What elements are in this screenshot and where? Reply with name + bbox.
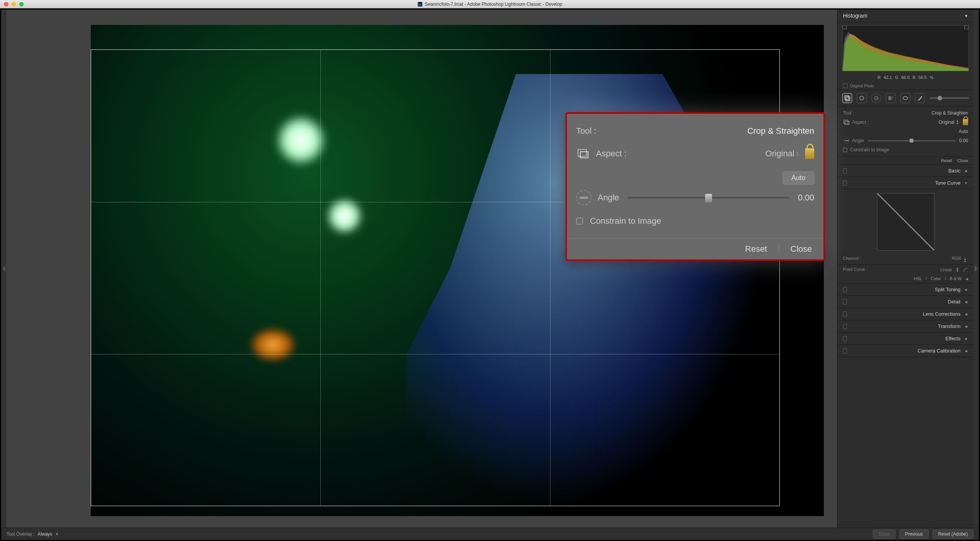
effects-label: Effects — [945, 336, 960, 341]
previous-button[interactable]: Previous — [899, 530, 929, 539]
panel-switch-icon[interactable] — [843, 287, 847, 292]
auto-button[interactable]: Auto — [959, 129, 968, 134]
transform-panel-header[interactable]: Transform — [838, 320, 973, 333]
svg-point-12 — [860, 96, 864, 100]
canvas[interactable]: Tool : Crop & Straighten Aspect : Origin… — [7, 10, 837, 528]
panel-collapse-icon[interactable] — [964, 324, 968, 329]
tonecurve-panel-header[interactable]: Tone Curve — [838, 177, 973, 189]
svg-marker-9 — [965, 26, 969, 29]
crop-reset-button[interactable]: Reset — [941, 158, 952, 163]
panel-toggle-icon[interactable]: ▼ — [964, 14, 968, 18]
dropdown-arrows-icon[interactable]: ▲▼ — [964, 257, 967, 263]
graduated-filter-tool-icon[interactable] — [886, 93, 896, 103]
aspect-lock-icon[interactable] — [963, 119, 968, 125]
angle-dial-icon[interactable] — [576, 190, 591, 205]
angle-value: 0.00 — [959, 138, 968, 143]
panel-switch-icon[interactable] — [843, 348, 847, 354]
channel-value[interactable]: RGB — [952, 256, 961, 261]
panel-collapse-icon[interactable] — [964, 181, 968, 185]
svg-rect-19 — [845, 121, 849, 125]
tool-label: Tool : — [843, 110, 854, 116]
basic-panel-header[interactable]: Basic — [838, 165, 973, 177]
popup-aspect-value[interactable]: Original — [765, 149, 794, 159]
panel-collapse-icon[interactable] — [964, 349, 968, 353]
panel-switch-icon[interactable] — [843, 311, 847, 317]
detail-panel-header[interactable]: Detail — [838, 296, 973, 308]
bottom-bar: Tool Overlay : Always ▼ Done Previous Re… — [1, 528, 979, 540]
effects-panel-header[interactable]: Effects — [838, 333, 973, 345]
left-panel-expand-icon[interactable] — [1, 10, 7, 528]
constrain-label[interactable]: Constrain to Image — [850, 147, 889, 152]
right-panel-collapse-icon[interactable] — [973, 10, 979, 528]
tool-slider[interactable] — [929, 97, 969, 99]
popup-reset-button[interactable]: Reset — [745, 244, 767, 254]
svg-point-16 — [903, 97, 908, 100]
panel-switch-icon[interactable] — [843, 299, 847, 305]
panel-switch-icon[interactable] — [843, 168, 847, 174]
popup-close-button[interactable]: Close — [791, 244, 812, 254]
panel-collapse-icon[interactable] — [964, 336, 968, 341]
original-photo-row[interactable]: Original Photo — [838, 82, 973, 90]
panel-switch-icon[interactable] — [843, 180, 847, 186]
dropdown-arrow-icon[interactable]: ▼ — [55, 532, 59, 536]
angle-slider-knob[interactable] — [910, 139, 913, 143]
angle-slider-knob[interactable] — [705, 194, 712, 202]
original-photo-label: Original Photo — [850, 84, 874, 88]
panel-collapse-icon[interactable] — [964, 169, 968, 173]
photo-area[interactable] — [91, 25, 824, 516]
histogram[interactable] — [842, 25, 969, 71]
hsl-panel-header[interactable]: HSL / Color / B & W — [838, 274, 973, 284]
original-photo-checkbox[interactable] — [843, 84, 848, 88]
svg-rect-21 — [845, 140, 849, 141]
popup-aspect-label: Aspect : — [596, 149, 626, 159]
redeye-tool-icon[interactable] — [871, 93, 881, 103]
crop-close-button[interactable]: Close — [957, 158, 968, 163]
reset-adobe-button[interactable]: Reset (Adobe) — [933, 530, 973, 539]
spot-removal-tool-icon[interactable] — [857, 93, 867, 103]
tooloverlay-value[interactable]: Always — [38, 531, 52, 537]
pointcurve-value[interactable]: Linear — [941, 267, 952, 272]
dropdown-arrows-icon[interactable]: ▲▼ — [796, 151, 799, 156]
pointcurve-edit-icon[interactable] — [963, 267, 968, 272]
dropdown-arrows-icon[interactable]: ▲▼ — [956, 120, 959, 125]
close-window-icon[interactable] — [4, 2, 8, 7]
panel-collapse-icon[interactable] — [964, 300, 968, 304]
popup-constrain-label[interactable]: Constrain to Image — [590, 216, 661, 226]
photo-preview[interactable] — [91, 25, 824, 516]
popup-angle-value: 0.00 — [798, 193, 814, 203]
splittoning-panel-header[interactable]: Split Toning — [838, 284, 973, 296]
auto-straighten-button[interactable]: Auto — [782, 171, 814, 185]
cameracalibration-panel-header[interactable]: Camera Calibration — [838, 345, 973, 357]
tool-slider-knob[interactable] — [938, 96, 942, 100]
histogram-header[interactable]: Histogram ▼ — [838, 10, 973, 22]
channel-label: Channel : — [843, 256, 861, 263]
done-button[interactable]: Done — [873, 530, 895, 539]
main-area: Tool : Crop & Straighten Aspect : Origin… — [1, 10, 979, 528]
detail-label: Detail — [948, 299, 960, 305]
panel-collapse-icon[interactable] — [965, 276, 968, 281]
adjustment-brush-tool-icon[interactable] — [915, 93, 925, 103]
minimize-window-icon[interactable] — [11, 2, 16, 7]
panel-collapse-icon[interactable] — [964, 287, 968, 292]
panel-switch-icon[interactable] — [843, 336, 847, 341]
svg-rect-10 — [845, 96, 849, 100]
lenscorrections-panel-header[interactable]: Lens Corrections — [838, 308, 973, 320]
crop-aspect-icon[interactable] — [843, 119, 850, 126]
panel-collapse-icon[interactable] — [964, 312, 968, 316]
angle-slider[interactable] — [627, 197, 789, 198]
crop-tool-icon[interactable] — [842, 93, 852, 103]
angle-slider[interactable] — [868, 140, 956, 141]
constrain-checkbox[interactable] — [576, 218, 583, 225]
crop-aspect-icon[interactable] — [576, 147, 590, 161]
tonecurve-channel-row: Channel : RGB ▲▼ — [838, 254, 973, 264]
fullscreen-window-icon[interactable] — [19, 2, 24, 7]
constrain-checkbox[interactable] — [843, 148, 847, 152]
aspect-value[interactable]: Original — [939, 120, 954, 125]
radial-filter-tool-icon[interactable] — [900, 93, 910, 103]
aspect-lock-icon[interactable] — [805, 148, 814, 159]
tonecurve-graph[interactable] — [877, 193, 934, 251]
panel-switch-icon[interactable] — [843, 324, 847, 329]
dropdown-arrows-icon[interactable]: ▲▼ — [956, 267, 959, 272]
pointcurve-label: Point Curve : — [843, 267, 867, 272]
angle-dial-icon[interactable] — [843, 137, 850, 144]
